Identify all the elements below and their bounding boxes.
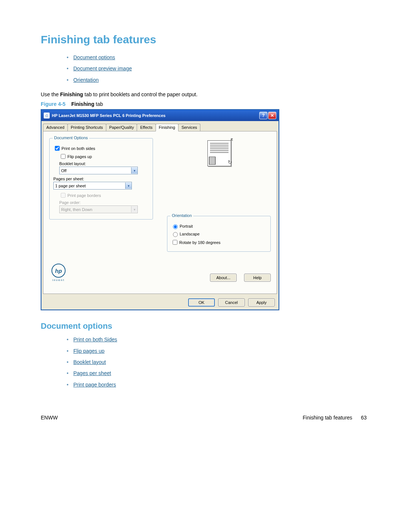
tab-services[interactable]: Services	[178, 124, 200, 131]
link-flip-pages-up[interactable]: Flip pages up	[73, 348, 104, 354]
chevron-down-icon: ▾	[131, 206, 137, 213]
dialog-title: HP LaserJet M1530 MFP Series PCL 6 Print…	[52, 113, 259, 118]
figure-label: Figure 4-5	[41, 101, 66, 107]
print-both-sides-row[interactable]: Print on both sides	[53, 145, 149, 152]
link-pages-per-sheet[interactable]: Pages per sheet	[73, 370, 111, 376]
printer-icon: ⎙	[44, 113, 50, 118]
portrait-label: Portrait	[180, 224, 193, 228]
document-preview-image: ↻	[202, 138, 236, 168]
flip-pages-up-row[interactable]: Flip pages up	[59, 153, 149, 160]
portrait-row[interactable]: Portrait	[171, 223, 267, 229]
intro-link-list: Document options Document preview image …	[41, 53, 367, 84]
link-print-both-sides[interactable]: Print on both Sides	[73, 337, 117, 342]
chevron-down-icon: ▾	[125, 183, 131, 189]
document-options-legend: Document Options	[53, 135, 89, 140]
help-button[interactable]: Help	[244, 274, 271, 282]
pages-per-sheet-label: Pages per sheet:	[53, 177, 149, 181]
footer-right: Finishing tab features 63	[303, 415, 367, 421]
footer-section-title: Finishing tab features	[303, 415, 352, 421]
intro-paragraph: Use the Finishing tab to print booklets …	[41, 91, 367, 97]
about-button[interactable]: About...	[210, 274, 237, 282]
pages-per-sheet-value: 1 page per sheet	[54, 184, 125, 188]
booklet-layout-combo[interactable]: Off ▾	[59, 167, 138, 174]
orientation-group: Orientation Portrait Landscape Rotate by…	[167, 216, 271, 252]
print-both-sides-checkbox[interactable]	[55, 146, 60, 151]
flip-arrow-icon: ↻	[228, 159, 232, 165]
landscape-row[interactable]: Landscape	[171, 231, 267, 237]
link-orientation[interactable]: Orientation	[73, 77, 99, 83]
page-footer: ENWW Finishing tab features 63	[41, 415, 367, 421]
tab-body: Document Options Print on both sides Fli…	[43, 131, 277, 294]
print-page-borders-row: Print page borders	[59, 192, 149, 199]
footer-left: ENWW	[41, 415, 58, 421]
figure-title-rest: tab	[94, 101, 103, 107]
booklet-layout-value: Off	[60, 168, 131, 173]
flip-pages-up-label: Flip pages up	[67, 154, 92, 159]
page-title: Finishing tab features	[41, 33, 367, 46]
tab-advanced[interactable]: Advanced	[43, 124, 68, 131]
hp-logo-icon: hp	[51, 264, 66, 278]
intro-bold: Finishing	[60, 91, 83, 97]
titlebar: ⎙ HP LaserJet M1530 MFP Series PCL 6 Pri…	[41, 110, 279, 121]
apply-button[interactable]: Apply	[248, 298, 275, 307]
hp-logo: hp invent	[49, 264, 68, 282]
rotate-label: Rotate by 180 degrees	[179, 240, 220, 245]
sub-link-list: Print on both Sides Flip pages up Bookle…	[41, 335, 367, 389]
document-options-group: Document Options Print on both sides Fli…	[49, 138, 153, 220]
landscape-radio[interactable]	[173, 232, 178, 237]
rotate-row[interactable]: Rotate by 180 degrees	[171, 239, 267, 246]
landscape-label: Landscape	[180, 232, 200, 236]
page-order-combo: Right, then Down ▾	[59, 205, 138, 213]
figure-title-bold: Finishing	[71, 101, 94, 107]
flip-pages-up-checkbox[interactable]	[61, 154, 66, 159]
titlebar-close-button[interactable]: ✕	[268, 112, 276, 119]
dialog-button-row: OK Cancel Apply	[41, 295, 279, 310]
page-number: 63	[361, 415, 367, 421]
link-print-page-borders[interactable]: Print page borders	[73, 382, 116, 388]
ok-button[interactable]: OK	[188, 298, 215, 307]
page-order-label: Page order:	[59, 200, 149, 205]
link-booklet-layout[interactable]: Booklet layout	[73, 359, 106, 365]
orientation-legend: Orientation	[170, 213, 193, 218]
document-options-heading: Document options	[41, 321, 367, 331]
tab-paper-quality[interactable]: Paper/Quality	[106, 124, 137, 131]
hp-invent-label: invent	[49, 278, 68, 282]
figure-caption: Figure 4-5 Finishing tab	[41, 101, 367, 107]
link-document-options[interactable]: Document options	[73, 54, 115, 60]
booklet-layout-label: Booklet layout:	[59, 161, 149, 166]
print-page-borders-label: Print page borders	[67, 193, 101, 198]
intro-post: tab to print booklets and control the pa…	[83, 91, 197, 97]
cancel-button[interactable]: Cancel	[218, 298, 245, 307]
tab-finishing[interactable]: Finishing	[156, 124, 179, 131]
link-document-preview-image[interactable]: Document preview image	[73, 66, 132, 71]
pages-per-sheet-combo[interactable]: 1 page per sheet ▾	[53, 182, 132, 190]
portrait-radio[interactable]	[173, 224, 178, 229]
print-page-borders-checkbox	[61, 193, 66, 198]
tab-effects[interactable]: Effects	[137, 124, 156, 131]
tabstrip: Advanced Printing Shortcuts Paper/Qualit…	[41, 121, 279, 131]
tab-printing-shortcuts[interactable]: Printing Shortcuts	[67, 124, 106, 131]
print-both-sides-label: Print on both sides	[61, 146, 95, 151]
rotate-checkbox[interactable]	[173, 240, 177, 245]
titlebar-help-button[interactable]: ?	[259, 112, 267, 119]
chevron-down-icon: ▾	[131, 167, 137, 174]
page-order-value: Right, then Down	[60, 207, 131, 212]
intro-pre: Use the	[41, 91, 60, 97]
print-preferences-dialog: ⎙ HP LaserJet M1530 MFP Series PCL 6 Pri…	[41, 109, 279, 310]
